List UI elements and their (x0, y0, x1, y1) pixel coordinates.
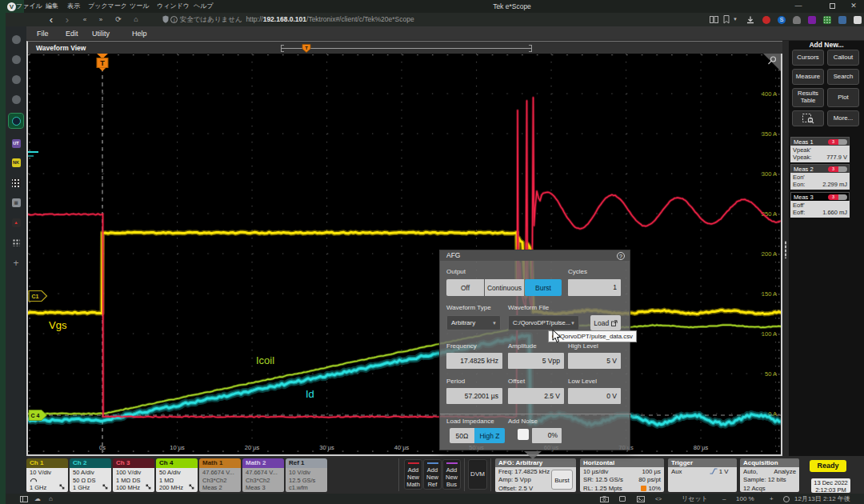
trigger-flag[interactable]: T (97, 54, 109, 71)
meas-toggle[interactable] (838, 139, 847, 145)
cursors-button[interactable]: Cursors (792, 50, 824, 66)
maximize-button[interactable] (822, 0, 842, 13)
c1-marker[interactable]: C1 (29, 291, 47, 302)
channel-badge[interactable]: Ref 1 10 V/div 12.5 GS/s c1.wfm (286, 458, 327, 492)
trace-vgs[interactable] (28, 232, 781, 314)
afg-burst-button[interactable]: Burst (551, 470, 573, 490)
meas-source-badge[interactable]: 3 (828, 194, 847, 200)
web-panel-icon[interactable] (9, 52, 23, 66)
reset-zoom-button[interactable]: リセット (682, 494, 708, 504)
meas-header[interactable]: Meas 3 3 (790, 192, 850, 201)
meas-header[interactable]: Meas 1 3 (790, 137, 850, 146)
zoom-level[interactable]: 100 % (736, 494, 754, 504)
channel-badge[interactable]: Math 2 47.6674 V... Ch3*Ch2 Meas 3 (242, 458, 284, 492)
measure-button[interactable]: Measure (792, 69, 824, 85)
url-text[interactable]: http://192.168.0.101/Tektronix#/client/c… (246, 15, 414, 23)
horizontal-badge[interactable]: Horizontal 10 µs/div100 µs SR: 12.5 GS/s… (580, 458, 664, 492)
results-table-button[interactable]: Results Table (792, 88, 824, 107)
load-button[interactable]: Load (590, 315, 621, 330)
meas-toggle[interactable] (838, 166, 847, 172)
scope-panel-icon[interactable] (9, 114, 23, 128)
home-icon[interactable]: ⌂ (130, 13, 142, 26)
back-icon[interactable]: ‹ (46, 13, 57, 26)
offset-input[interactable]: 2.5 V (508, 388, 564, 404)
meas-source-badge[interactable]: 3 (828, 139, 847, 145)
tile-icon[interactable] (619, 496, 626, 502)
web-panel-icon[interactable] (9, 32, 23, 46)
vivaldi-icon[interactable]: V (7, 2, 16, 11)
zoom-in-button[interactable]: + (770, 494, 774, 504)
meas-source-badge[interactable]: 3 (828, 166, 847, 172)
web-panel-icon[interactable] (9, 72, 23, 86)
output-continuous-button[interactable]: Continuous (485, 279, 524, 296)
afg-badge[interactable]: AFG: Arbitrary Freq: 17.4825 kHz Amp: 5 … (495, 458, 576, 492)
menu-edit-jp[interactable]: 編集 (46, 0, 58, 13)
sync-cloud-icon[interactable]: ☁ (34, 494, 41, 504)
output-burst-button[interactable]: Burst (525, 279, 562, 296)
menu-file-jp[interactable]: ファイル (16, 0, 42, 13)
panel-grid-icon[interactable] (9, 235, 23, 250)
cycles-input[interactable]: 1 (568, 279, 621, 296)
meas-toggle[interactable] (838, 194, 847, 200)
web-panel-icon-a[interactable]: ▲ (9, 215, 23, 230)
channel-badge[interactable]: Math 1 47.6674 V... Ch3*Ch2 Meas 2 (199, 458, 241, 492)
extensions-menu-icon[interactable] (854, 16, 862, 24)
menu-bookmarks-jp[interactable]: ブックマーク (88, 0, 127, 13)
divider-grip[interactable] (785, 241, 786, 258)
record-view-bar[interactable]: T (281, 45, 532, 52)
search-button[interactable]: Search (827, 69, 859, 85)
forward-icon[interactable]: › (62, 13, 73, 26)
meas-badge[interactable]: Meas 2 3 Eon' Eon:2.299 mJ (790, 164, 850, 190)
channel-badge[interactable]: Ch 4 50 A/div 1 MΩ 200 MHz (156, 458, 198, 492)
web-panel-icon-qr[interactable] (9, 175, 23, 190)
web-panel-icon-nk[interactable]: NK (9, 155, 23, 170)
extension-icon-s[interactable]: S (778, 16, 786, 24)
close-button[interactable]: ✕ (843, 0, 864, 13)
channel-badge[interactable]: Ch 3 100 V/div 1 MΩ DS 100 MHz (113, 458, 154, 492)
fast-forward-icon[interactable]: » (95, 13, 106, 26)
add-new-bus-button[interactable]: Add New Bus (442, 459, 461, 490)
info-icon[interactable]: i (170, 16, 178, 23)
scope-menu-edit[interactable]: Edit (66, 26, 78, 41)
image-toggle-icon[interactable] (637, 496, 645, 502)
waveform-plot[interactable]: 400 A 350 A 300 A 250 A 200 A 150 A 100 … (26, 54, 782, 456)
menu-view-jp[interactable]: 表示 (67, 0, 80, 13)
scope-menu-file[interactable]: File (37, 26, 49, 41)
reading-list-icon[interactable] (710, 16, 718, 23)
sidebar-divider[interactable] (782, 41, 789, 494)
trace-vds[interactable] (28, 98, 780, 418)
reload-icon[interactable]: ⟳ (113, 13, 124, 26)
more-button[interactable]: More... (827, 110, 859, 126)
period-input[interactable]: 57.2001 µs (446, 388, 502, 404)
scope-menu-help[interactable]: Help (132, 26, 147, 41)
extension-icon-ghost[interactable] (793, 16, 801, 24)
bookmark-icon[interactable] (723, 15, 730, 24)
acquisition-badge[interactable]: Acquisition Auto,Analyze Sample: 12 bits… (740, 458, 799, 492)
trace-id[interactable] (28, 336, 779, 425)
rewind-icon[interactable]: « (79, 13, 90, 26)
add-noise-checkbox[interactable] (518, 429, 529, 440)
channel-badge[interactable]: Ch 1 10 V/div 1 GHz (26, 458, 68, 492)
channel-badge[interactable]: Ch 2 50 A/div 50 Ω DS 1 GHz (70, 458, 111, 492)
dvm-button[interactable]: DVM (468, 459, 487, 490)
visual-trigger-button[interactable] (792, 110, 824, 126)
status-home-icon[interactable]: ⌂ (49, 494, 53, 504)
web-panel-icon-ut[interactable]: UT (9, 136, 23, 150)
add-panel-icon[interactable]: + (9, 256, 23, 270)
low-level-input[interactable]: 0 V (568, 388, 621, 404)
trigger-badge[interactable]: Trigger Aux 1 V (668, 458, 737, 492)
zoom-corner[interactable] (763, 54, 781, 71)
afg-dialog-header[interactable]: AFG ? (440, 250, 630, 261)
record-trigger-marker[interactable]: T (302, 44, 311, 53)
extension-icon-grid[interactable] (823, 16, 831, 24)
capture-icon[interactable] (600, 496, 609, 502)
web-panel-icon-img[interactable]: ▦ (9, 195, 23, 210)
web-panel-icon[interactable] (9, 92, 23, 106)
add-new-math-button[interactable]: Add New Math (404, 459, 422, 490)
help-icon[interactable]: ? (617, 252, 625, 260)
meas-badge[interactable]: Meas 1 3 Vpeak' Vpeak:777.9 V (790, 137, 850, 162)
waveform-type-dropdown[interactable]: Arbitrary▼ (446, 315, 501, 330)
amplitude-input[interactable]: 5 Vpp (508, 353, 564, 369)
frequency-input[interactable]: 17.4825 kHz (446, 353, 502, 369)
impedance-highz-button[interactable]: High Z (474, 428, 505, 443)
